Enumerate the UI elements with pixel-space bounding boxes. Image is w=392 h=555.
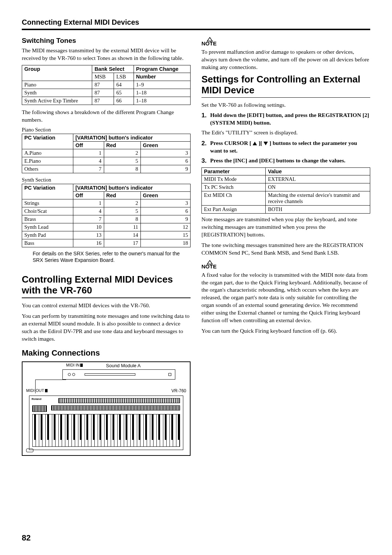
note-1-text: To prevent malfunction and/or damage to … (201, 48, 370, 71)
page-header: Connecting External MIDI Devices (22, 18, 370, 27)
table-row: Piano 87 64 1–9 (22, 81, 191, 89)
midi-out-label: MIDI OUT (26, 388, 44, 393)
midi-plug-icon (80, 364, 83, 367)
breakdown-text: The following shows a breakdown of the d… (22, 109, 191, 124)
table-row: A.Piano123 (22, 149, 191, 157)
control-text-2: You can perform by transmitting note mes… (22, 312, 191, 343)
port-icon (26, 449, 33, 452)
quickfiring-text: You can turn the Quick Firing keyboard f… (201, 327, 370, 335)
sound-module-label: Sound Module A (106, 363, 140, 368)
step-2: 2. Press CURSOR [ ][ ] buttons to select… (201, 139, 370, 155)
midi-plug-icon (45, 389, 48, 392)
table-row: Brass789 (22, 215, 191, 223)
table-row: Synth 87 65 1–18 (22, 89, 191, 97)
right-column: NOTE To prevent malfunction and/or damag… (201, 37, 370, 456)
midi-in-label: MIDI IN (66, 363, 79, 367)
table-row: Synth Pad131415 (22, 231, 191, 239)
th-msb: MSB (92, 73, 114, 81)
connection-diagram: MIDI IN Sound Module A MIDI OUT VR-760 R… (22, 361, 191, 456)
header-rule (22, 29, 370, 30)
th-lsb: LSB (114, 73, 134, 81)
table-row: Strings123 (22, 199, 191, 207)
switching-tones-heading: Switching Tones (22, 37, 191, 45)
synth-section-label: Synth Section (22, 177, 191, 183)
synth-section-table: PC Variation [VARIATION] button's indica… (22, 184, 191, 247)
making-connections-heading: Making Connections (22, 348, 191, 358)
note-2-text: A fixed value for the velocity is transm… (201, 271, 370, 324)
parameter-table: Parameter Value MIDI Tx ModeEXTERNAL Tx … (201, 167, 370, 214)
page-number: 82 (22, 533, 30, 543)
table-row: Ext MIDI ChMatching the external device'… (202, 191, 370, 206)
table-row: Others789 (22, 165, 191, 173)
table-row: Synth Active Exp Timbre 87 66 1–18 (22, 97, 191, 105)
table-row: MIDI Tx ModeEXTERNAL (202, 175, 370, 183)
note-icon: NOTE (201, 260, 370, 271)
srx-note: For details on the SRX Series, refer to … (33, 250, 191, 263)
piano-section-label: Piano Section (22, 127, 191, 133)
vr760-keyboard: Roland (29, 396, 183, 450)
step-1: 1. Hold down the [EDIT] button, and pres… (201, 112, 370, 127)
settings-rule (201, 97, 370, 98)
th-bank: Bank Select (92, 65, 134, 73)
controlling-heading: Controlling External MIDI Devices with t… (22, 274, 191, 296)
table-row: E.Piano456 (22, 157, 191, 165)
controlling-rule (22, 297, 191, 298)
bank-select-table: Group Bank Select Program Change MSB LSB… (22, 65, 191, 105)
th-number: Number (134, 73, 190, 81)
th-pc: Program Change (134, 65, 190, 73)
tonemsg-text: The tone switching messages transmitted … (201, 242, 370, 257)
table-row: Bass161718 (22, 239, 191, 247)
svg-text:NOTE: NOTE (201, 40, 217, 46)
note-icon: NOTE (201, 37, 370, 48)
th-group: Group (22, 65, 92, 81)
svg-text:NOTE: NOTE (201, 263, 217, 270)
step-3: 3. Press the [INC] and [DEC] buttons to … (201, 157, 370, 165)
settings-heading: Settings for Controlling an External MID… (201, 74, 370, 96)
cursor-down-icon (264, 142, 268, 145)
notemsg-text: Note messages are transmitted when you p… (201, 216, 370, 239)
table-row: Ext Part AssignBOTH (202, 206, 370, 214)
sound-module-box: MIDI IN Sound Module A (62, 369, 175, 380)
vr760-label: VR-760 (171, 388, 186, 393)
utility-text: The Edit's "UTILITY" screen is displayed… (201, 129, 370, 137)
content-columns: Switching Tones The MIDI messages transm… (22, 37, 370, 456)
switching-tones-text: The MIDI messages transmitted by the ext… (22, 47, 191, 62)
control-text-1: You can control external MIDI devices wi… (22, 302, 191, 309)
cursor-up-icon (253, 142, 257, 145)
piano-section-table: PC Variation [VARIATION] button's indica… (22, 134, 191, 173)
set-vr-text: Set the VR-760 as following settings. (201, 101, 370, 109)
left-column: Switching Tones The MIDI messages transm… (22, 37, 191, 456)
table-row: Synth Lead101112 (22, 223, 191, 231)
table-row: Tx PC SwitchON (202, 183, 370, 191)
table-row: Choir/Scat456 (22, 207, 191, 215)
